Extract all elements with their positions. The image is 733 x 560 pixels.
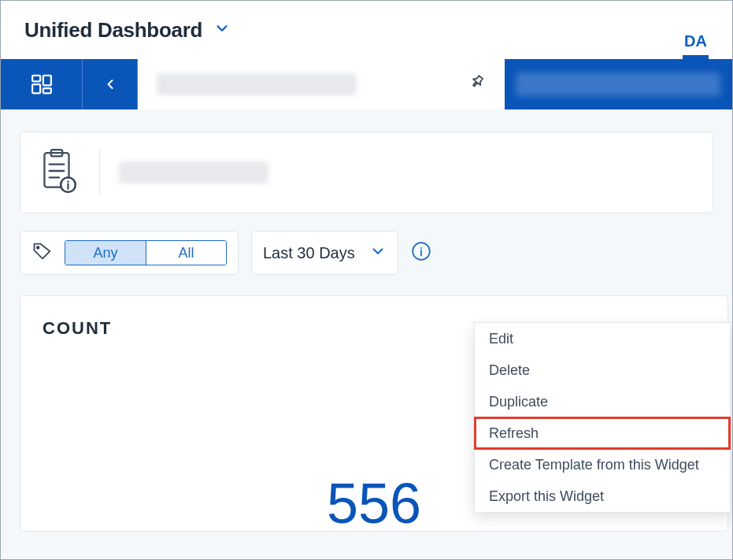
app-title: Unified Dashboard	[24, 18, 202, 43]
divider	[99, 150, 100, 195]
nav-text-redacted	[516, 72, 720, 96]
menu-export[interactable]: Export this Widget	[475, 480, 730, 512]
summary-row	[1, 109, 732, 231]
clipboard-info-icon	[38, 148, 77, 197]
widget-value: 556	[327, 471, 421, 536]
topbar: Unified Dashboard DA	[1, 1, 732, 59]
tag-filter: Any All	[20, 231, 239, 275]
menu-refresh[interactable]: Refresh	[475, 417, 730, 449]
menu-duplicate[interactable]: Duplicate	[475, 386, 730, 417]
segment-any[interactable]: Any	[65, 241, 146, 265]
svg-rect-1	[43, 76, 50, 86]
info-icon[interactable]	[411, 241, 431, 265]
segment-all[interactable]: All	[146, 241, 226, 265]
date-range-label: Last 30 Days	[263, 244, 355, 262]
menu-create-template[interactable]: Create Template from this Widget	[475, 449, 730, 480]
menu-edit[interactable]: Edit	[475, 323, 730, 354]
any-all-toggle: Any All	[65, 240, 227, 265]
top-nav-tab[interactable]: DA	[683, 32, 709, 59]
filters-row: Any All Last 30 Days	[1, 231, 732, 275]
svg-rect-3	[43, 88, 50, 93]
date-range-selector[interactable]: Last 30 Days	[251, 231, 398, 275]
navbar	[1, 59, 732, 109]
svg-point-13	[37, 247, 39, 249]
tab-title-redacted	[157, 73, 357, 95]
summary-card	[20, 132, 713, 213]
tag-icon	[31, 240, 54, 265]
chevron-down-icon[interactable]	[213, 20, 231, 40]
pin-icon[interactable]	[467, 73, 486, 95]
menu-delete[interactable]: Delete	[475, 354, 730, 386]
topbar-left: Unified Dashboard	[24, 18, 231, 43]
topbar-right: DA	[683, 1, 709, 59]
svg-rect-2	[32, 84, 40, 93]
chevron-down-icon	[369, 243, 387, 264]
active-tab[interactable]	[138, 59, 505, 109]
back-button[interactable]	[83, 59, 138, 109]
card-title-redacted	[119, 161, 268, 184]
svg-rect-0	[32, 76, 40, 82]
nav-overflow	[505, 59, 732, 109]
grid-view-button[interactable]	[1, 59, 83, 109]
widget-context-menu: Edit Delete Duplicate Refresh Create Tem…	[474, 322, 731, 513]
